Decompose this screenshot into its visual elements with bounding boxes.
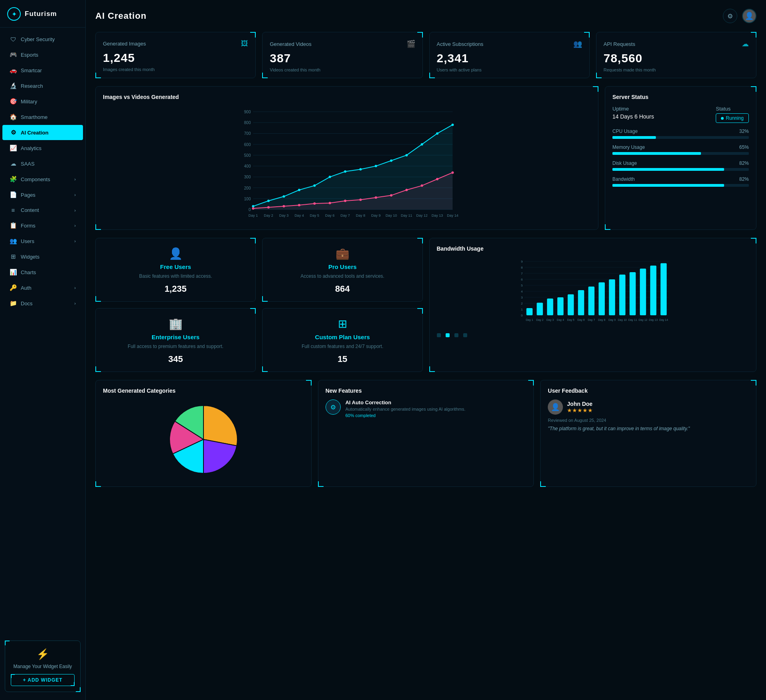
svg-point-34: [252, 205, 255, 208]
svg-point-41: [359, 168, 362, 170]
sidebar-item-components[interactable]: 🧩 Components ›: [2, 172, 83, 187]
avatar-button[interactable]: 👤: [742, 9, 756, 23]
sidebar-item-cyber-security[interactable]: 🛡 Cyber Security: [2, 32, 83, 47]
chevron-icon-pages: ›: [74, 192, 76, 197]
page-title: AI Creation: [95, 11, 146, 21]
stat-card-header-1: Generated Videos 🎬: [270, 40, 415, 48]
sidebar-item-ai-creation[interactable]: ⚙ AI Creation: [2, 125, 83, 140]
svg-rect-106: [650, 266, 656, 316]
sidebar-item-smartcar[interactable]: 🚗 Smartcar: [2, 63, 83, 78]
nav-label-charts: Charts: [21, 269, 36, 275]
stat-card-2: Active Subscriptions 👥 2,341 Users with …: [429, 32, 590, 78]
sidebar-item-charts[interactable]: 📊 Charts: [2, 265, 83, 280]
nav-label-auth: Auth: [21, 285, 32, 291]
svg-text:8: 8: [521, 266, 523, 269]
metric-label-3: Bandwidth: [612, 176, 635, 182]
user-type-desc-1: Access to advanced tools and services.: [270, 273, 415, 280]
nav-icon-research: 🔬: [10, 82, 17, 89]
svg-text:Day 14: Day 14: [659, 318, 668, 322]
svg-rect-94: [588, 287, 594, 315]
nav-icon-cyber-security: 🛡: [10, 36, 17, 43]
legend-item-2: [454, 333, 458, 337]
user-feedback-title: User Feedback: [548, 388, 749, 394]
svg-text:Day 12: Day 12: [416, 214, 428, 218]
user-cards-grid: 👤 Free Users Basic features with limited…: [95, 238, 423, 372]
feature-details-0: AI Auto Correction Automatically enhance…: [345, 399, 466, 418]
nav-label-forms: Forms: [21, 223, 36, 229]
metric-label-0: CPU Usage: [612, 129, 638, 134]
nav-icon-auth: 🔑: [10, 284, 17, 291]
progress-bar-fill-1: [612, 152, 701, 155]
svg-text:Day 2: Day 2: [264, 214, 273, 218]
sidebar: ✦ Futurism 🛡 Cyber Security 🎮 Esports 🚗 …: [0, 0, 86, 700]
most-generated-card: Most Generated Categories: [95, 380, 312, 487]
svg-text:1: 1: [521, 308, 523, 311]
svg-rect-108: [660, 263, 667, 316]
svg-point-43: [390, 160, 393, 162]
svg-text:Day 1: Day 1: [526, 318, 533, 322]
bandwidth-title: Bandwidth Usage: [437, 245, 749, 252]
legend-dot-0: [437, 333, 441, 337]
sidebar-item-smarthome[interactable]: 🏠 Smarthome: [2, 109, 83, 125]
nav-icon-smartcar: 🚗: [10, 67, 17, 74]
nav-label-smartcar: Smartcar: [21, 67, 42, 73]
sidebar-item-auth[interactable]: 🔑 Auth ›: [2, 280, 83, 295]
svg-rect-82: [526, 308, 533, 315]
sidebar-item-widgets[interactable]: ⊞ Widgets: [2, 249, 83, 264]
line-chart-svg: 0100200300400500600700800900Day 1Day 2Da…: [103, 106, 591, 225]
progress-bar-fill-0: [612, 136, 656, 139]
sidebar-item-research[interactable]: 🔬 Research: [2, 78, 83, 93]
sidebar-item-forms[interactable]: 📋 Forms ›: [2, 218, 83, 233]
logo-text: Futurism: [25, 10, 57, 18]
svg-text:Day 6: Day 6: [577, 318, 584, 322]
svg-text:0: 0: [521, 314, 523, 317]
nav-label-research: Research: [21, 83, 43, 89]
add-widget-button[interactable]: + ADD WIDGET: [11, 674, 75, 686]
svg-text:Day 7: Day 7: [341, 214, 350, 218]
server-metric-3: Bandwidth 82%: [612, 176, 749, 187]
svg-rect-92: [578, 290, 584, 315]
svg-text:Day 11: Day 11: [401, 214, 413, 218]
svg-rect-88: [557, 297, 563, 315]
sidebar-item-analytics[interactable]: 📈 Analytics: [2, 140, 83, 156]
sidebar-item-users[interactable]: 👥 Users ›: [2, 233, 83, 249]
svg-point-47: [452, 124, 454, 126]
nav-icon-forms: 📋: [10, 222, 17, 229]
pie-chart-svg: [164, 399, 243, 479]
user-type-icon-1: 💼: [270, 247, 415, 260]
nav-label-ai-creation: AI Creation: [21, 130, 48, 136]
progress-bar-fill-2: [612, 168, 724, 171]
gear-icon: ⚙: [727, 12, 733, 20]
metric-value-0: 32%: [739, 129, 749, 134]
nav-icon-widgets: ⊞: [10, 253, 17, 260]
legend-dot-3: [463, 333, 467, 337]
nav-label-widgets: Widgets: [21, 254, 39, 260]
stat-card-header-0: Generated Images 🖼: [103, 40, 248, 48]
sidebar-item-docs[interactable]: 📁 Docs ›: [2, 296, 83, 311]
svg-point-52: [313, 202, 316, 205]
svg-point-53: [329, 202, 331, 204]
settings-button[interactable]: ⚙: [723, 9, 737, 23]
widget-text: Manage Your Widget Easily: [11, 664, 75, 669]
stat-card-value-2: 2,341: [437, 51, 582, 65]
sidebar-item-content[interactable]: ≡ Content ›: [2, 203, 83, 218]
svg-text:Day 11: Day 11: [628, 318, 637, 322]
stat-card-sub-1: Videos created this month: [270, 67, 415, 72]
server-status-card: Server Status Uptime 14 Days 6 Hours Sta…: [605, 86, 756, 230]
user-type-card-3: ⊞ Custom Plan Users Full custom features…: [262, 308, 422, 372]
line-chart-wrap: 0100200300400500600700800900Day 1Day 2Da…: [103, 106, 591, 225]
sidebar-item-pages[interactable]: 📄 Pages ›: [2, 187, 83, 202]
svg-text:Day 5: Day 5: [310, 214, 320, 218]
svg-point-40: [344, 170, 346, 173]
user-type-desc-2: Full access to premium features and supp…: [103, 343, 248, 350]
stat-card-value-3: 78,560: [604, 51, 749, 65]
svg-point-37: [298, 189, 300, 191]
sidebar-item-saas[interactable]: ☁ SAAS: [2, 156, 83, 171]
feature-icon-0: ⚙: [326, 399, 341, 415]
chart-row: Images vs Videos Generated 0100200300400…: [95, 86, 756, 230]
sidebar-item-military[interactable]: 🎯 Military: [2, 94, 83, 109]
svg-rect-84: [537, 303, 543, 316]
svg-text:200: 200: [244, 186, 251, 190]
progress-bar-bg-3: [612, 184, 749, 187]
sidebar-item-esports[interactable]: 🎮 Esports: [2, 47, 83, 62]
